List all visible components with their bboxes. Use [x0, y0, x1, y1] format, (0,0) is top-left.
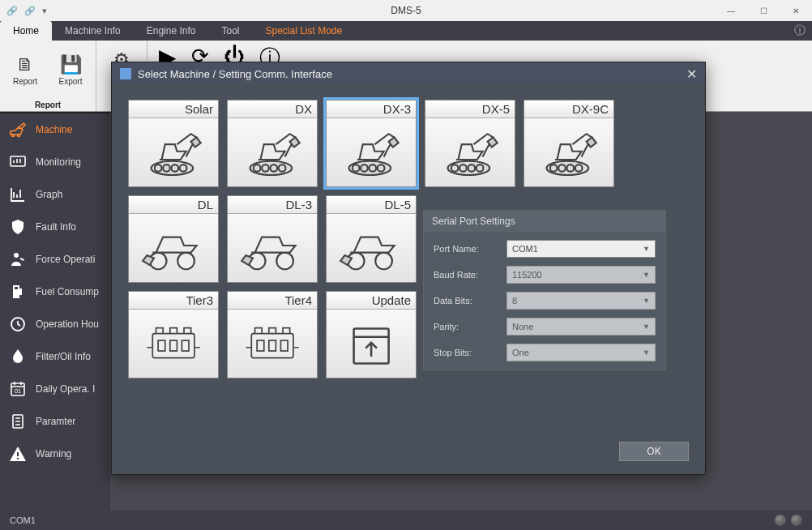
machine-tile-dl[interactable]: DL — [128, 195, 219, 283]
tile-label: DX-5 — [425, 100, 515, 118]
minimize-button[interactable]: — — [715, 0, 747, 21]
person-icon — [8, 250, 28, 269]
fuel-icon — [8, 282, 28, 301]
tab-home[interactable]: Home — [0, 21, 52, 41]
engine-icon — [129, 310, 218, 378]
tile-label: DX-3 — [327, 100, 416, 118]
sidebar-item-clipboard[interactable]: Paramter — [0, 405, 110, 438]
stop-bits-select[interactable]: One▼ — [506, 344, 656, 361]
svg-rect-46 — [251, 333, 293, 357]
sidebar-item-calendar[interactable]: 01Daily Opera. I — [0, 373, 110, 405]
machine-tile-tier3[interactable]: Tier3 — [128, 291, 219, 378]
sidebar-item-person[interactable]: Force Operati — [0, 243, 110, 276]
excavator-icon — [228, 118, 317, 186]
excavator-icon — [425, 118, 515, 186]
machine-tile-solar[interactable]: Solar — [128, 100, 219, 187]
update-icon — [327, 310, 416, 378]
machine-tile-dx[interactable]: DX — [227, 100, 318, 187]
sidebar-item-label: Fuel Consump — [36, 286, 99, 297]
link-icon: 🔗 — [24, 6, 36, 16]
tile-label: DL — [129, 196, 218, 214]
machine-tile-dl-3[interactable]: DL-3 — [227, 195, 318, 283]
serial-port-settings: Serial Port Settings Port Name: COM1▼ Ba… — [423, 210, 666, 370]
svg-rect-42 — [152, 333, 194, 357]
svg-rect-4 — [15, 287, 18, 289]
titlebar: 🔗 🔗 ▾ DMS-5 — ☐ ✕ — [0, 0, 812, 21]
ribbon-export[interactable]: 💾 Export — [52, 44, 89, 96]
excavator-icon — [8, 120, 28, 139]
baud-rate-select[interactable]: 115200▼ — [506, 266, 656, 284]
machine-tile-tier4[interactable]: Tier4 — [227, 291, 318, 378]
tab-special-list-mode[interactable]: Special List Mode — [252, 21, 355, 41]
sidebar-item-label: Force Operati — [36, 254, 95, 265]
parity-select[interactable]: None▼ — [506, 318, 656, 336]
tile-label: DX — [228, 100, 317, 118]
export-icon: 💾 — [60, 54, 82, 75]
menu-tabs: Home Machine Info Engine Info Tool Speci… — [0, 21, 812, 41]
dialog-title: Select Machine / Setting Comm. Interface — [138, 68, 332, 80]
svg-point-3 — [14, 253, 19, 258]
sidebar-item-shield[interactable]: Fault Info — [0, 211, 110, 243]
sidebar: MachineMonitoringGraphFault InfoForce Op… — [0, 112, 110, 511]
sidebar-item-label: Fault Info — [36, 221, 76, 233]
ribbon-report[interactable]: 🗎 Report — [6, 44, 44, 96]
sidebar-item-label: Machine — [36, 124, 72, 135]
machine-tile-update[interactable]: Update — [326, 291, 417, 378]
dropdown-icon[interactable]: ▾ — [42, 6, 47, 16]
excavator-icon — [524, 118, 613, 186]
parity-label: Parity: — [434, 322, 506, 331]
port-name-label: Port Name: — [434, 244, 506, 254]
svg-rect-2 — [11, 156, 25, 166]
dialog-close-button[interactable]: ✕ — [686, 66, 697, 82]
status-port: COM1 — [10, 515, 36, 525]
sidebar-item-fuel[interactable]: Fuel Consump — [0, 276, 110, 308]
ribbon-group-caption: Report — [0, 99, 96, 111]
excavator-icon — [327, 118, 416, 186]
info-icon[interactable]: ⓘ — [794, 21, 806, 41]
machine-tile-dx-9c[interactable]: DX-9C — [524, 100, 614, 187]
tile-label: Tier4 — [228, 292, 317, 310]
port-name-select[interactable]: COM1▼ — [506, 240, 656, 258]
tile-label: Tier3 — [129, 292, 218, 310]
data-bits-select[interactable]: 8▼ — [506, 292, 656, 310]
svg-point-39 — [276, 252, 293, 269]
ok-button[interactable]: OK — [619, 442, 689, 461]
drop-icon — [8, 347, 28, 366]
sidebar-item-label: Monitoring — [36, 156, 81, 168]
status-dot — [775, 515, 786, 526]
status-dot — [791, 515, 802, 526]
machine-tile-dl-5[interactable]: DL-5 — [326, 195, 417, 283]
maximize-button[interactable]: ☐ — [747, 0, 780, 21]
statusbar: COM1 — [0, 511, 812, 530]
svg-point-41 — [375, 252, 392, 269]
sidebar-item-graph[interactable]: Graph — [0, 178, 110, 211]
sidebar-item-label: Paramter — [36, 416, 75, 427]
machine-tile-dx-3[interactable]: DX-3 — [326, 100, 417, 187]
tab-machine-info[interactable]: Machine Info — [52, 21, 134, 41]
sidebar-item-drop[interactable]: Filter/Oil Info — [0, 340, 110, 373]
sidebar-item-warning[interactable]: Warning — [0, 438, 110, 470]
loader-icon — [129, 214, 218, 282]
machine-tile-dx-5[interactable]: DX-5 — [425, 100, 515, 187]
app-title: DMS-5 — [391, 5, 421, 16]
tab-engine-info[interactable]: Engine Info — [134, 21, 209, 41]
sidebar-item-monitor[interactable]: Monitoring — [0, 146, 110, 178]
sidebar-item-label: Warning — [36, 448, 71, 459]
select-machine-dialog: Select Machine / Setting Comm. Interface… — [111, 62, 706, 475]
warning-icon — [8, 444, 28, 464]
tab-tool[interactable]: Tool — [208, 21, 252, 41]
sidebar-item-label: Daily Opera. I — [36, 383, 95, 395]
loader-icon — [327, 214, 416, 282]
close-button[interactable]: ✕ — [780, 0, 812, 21]
excavator-icon — [129, 118, 218, 186]
tile-label: Solar — [129, 100, 218, 118]
svg-point-1 — [18, 135, 20, 137]
clipboard-icon — [8, 412, 28, 431]
shield-icon — [8, 217, 28, 237]
svg-point-0 — [12, 135, 15, 137]
tile-label: Update — [327, 292, 416, 310]
settings-title: Serial Port Settings — [424, 211, 665, 232]
sidebar-item-clock[interactable]: Operation Hou — [0, 308, 110, 340]
tile-label: DL-5 — [327, 196, 416, 214]
sidebar-item-excavator[interactable]: Machine — [0, 113, 110, 146]
